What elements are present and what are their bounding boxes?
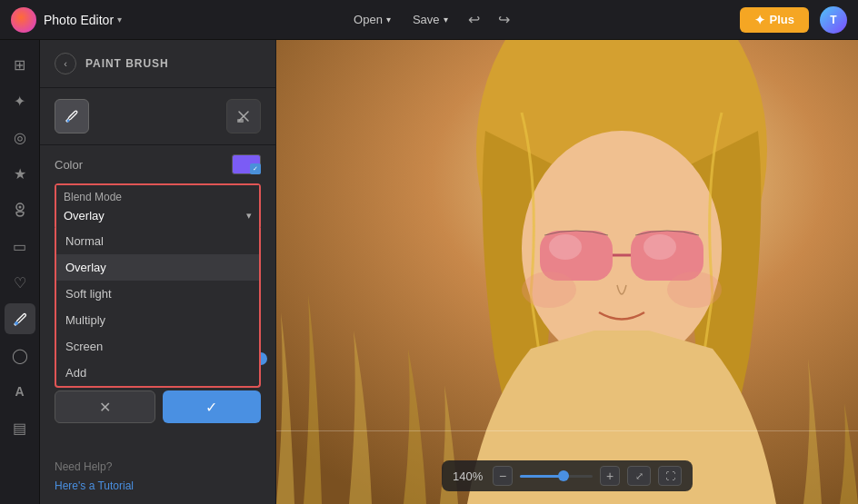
svg-point-12 [644,234,676,260]
blend-options-scroll[interactable]: Normal Overlay Soft light Multiply Scree… [56,228,259,386]
overlay-tool[interactable]: ▤ [5,412,35,443]
plus-button[interactable]: ✦ Plus [740,7,809,33]
canvas-guideline-h [276,430,858,431]
blend-option-softlight[interactable]: Soft light [56,281,259,307]
shapes-tool[interactable]: ◯ [5,340,35,371]
help-text: Need Help? [55,460,261,473]
topbar-center: Open ▾ Save ▾ ↩ ↪ [122,7,739,32]
topbar-actions: ✦ Plus T [740,6,847,34]
panel-header: ‹ PAINT BRUSH [40,40,275,88]
svg-point-13 [522,272,576,308]
blend-mode-section: Blend Mode Overlay ▾ Normal Overlay Soft… [40,183,275,230]
open-button[interactable]: Open ▾ [346,9,398,30]
brush-mode-button[interactable] [55,99,89,133]
frames-tool[interactable]: ▭ [5,231,35,262]
panel-title: PAINT BRUSH [85,57,169,70]
blend-mode-arrow: ▾ [246,210,252,222]
zoom-slider-fill [520,475,564,478]
zoom-slider-track[interactable] [520,475,593,478]
zoom-level: 140% [453,469,485,483]
color-section: Color [40,145,275,183]
adjust-tool[interactable]: ✦ [5,85,35,116]
layers-tool[interactable]: ⊞ [5,49,35,80]
zoom-bar: 140% − + ⤢ ⛶ [442,460,693,491]
zoom-slider-thumb[interactable] [558,470,569,481]
canvas-area[interactable]: 140% − + ⤢ ⛶ [276,40,858,504]
blend-option-add[interactable]: Add [56,360,259,386]
svg-point-2 [15,321,18,325]
app-logo [11,7,36,33]
blend-options-list: Normal Overlay Soft light Multiply Scree… [55,228,261,388]
retouch-tool[interactable] [5,194,35,225]
avatar[interactable]: T [820,6,847,34]
save-button[interactable]: Save ▾ [405,9,455,30]
blend-mode-value: Overlay [64,209,246,222]
topbar: Photo Editor ▾ Open ▾ Save ▾ ↩ ↪ ✦ Plus … [0,0,858,40]
panel-back-button[interactable]: ‹ [55,53,76,74]
zoom-out-button[interactable]: − [493,466,513,486]
zoom-in-button[interactable]: + [600,466,620,486]
blend-mode-select-row[interactable]: Overlay ▾ [56,205,259,228]
undo-button[interactable]: ↩ [463,7,485,32]
blend-option-overlay[interactable]: Overlay [56,254,259,281]
photo-canvas [276,40,858,504]
blend-mode-label: Blend Mode [56,185,259,205]
tool-sidebar: ⊞ ✦ ◎ ★ ▭ ♡ ◯ A ▤ [0,40,40,504]
help-tutorial-link[interactable]: Here's a Tutorial [55,479,134,492]
fit-view-button[interactable]: ⤢ [627,466,651,486]
svg-point-1 [18,206,21,209]
app-name-button[interactable]: Photo Editor ▾ [44,13,122,27]
left-panel: ‹ PAINT BRUSH Color [40,40,276,504]
cancel-button[interactable]: ✕ [55,390,155,423]
app-name-label: Photo Editor [44,13,114,27]
undo-redo-group: ↩ ↪ [463,7,515,32]
main-area: ⊞ ✦ ◎ ★ ▭ ♡ ◯ A ▤ ‹ PAINT B [0,40,858,504]
blend-mode-dropdown[interactable]: Blend Mode Overlay ▾ Normal Overlay Soft… [55,183,261,230]
blend-option-multiply[interactable]: Multiply [56,307,259,333]
help-section: Need Help? Here's a Tutorial [40,450,275,504]
blend-option-screen[interactable]: Screen [56,333,259,360]
svg-point-3 [67,120,70,123]
svg-rect-4 [237,119,244,123]
view-tool[interactable]: ◎ [5,122,35,153]
blend-option-normal[interactable]: Normal [56,228,259,254]
text-tool[interactable]: A [5,376,35,407]
confirm-button[interactable]: ✓ [163,390,262,423]
favorites-tool[interactable]: ♡ [5,267,35,298]
action-buttons: ✕ ✓ [40,381,275,432]
color-swatch[interactable] [232,154,261,174]
svg-point-14 [667,272,722,308]
effects-tool[interactable]: ★ [5,158,35,189]
clear-brush-button[interactable] [226,99,261,133]
redo-button[interactable]: ↪ [493,7,515,32]
tool-options-row [40,88,275,145]
color-label: Color [55,158,223,172]
fullscreen-button[interactable]: ⛶ [658,466,682,486]
paint-brush-tool[interactable] [5,303,35,334]
svg-point-11 [549,234,582,260]
